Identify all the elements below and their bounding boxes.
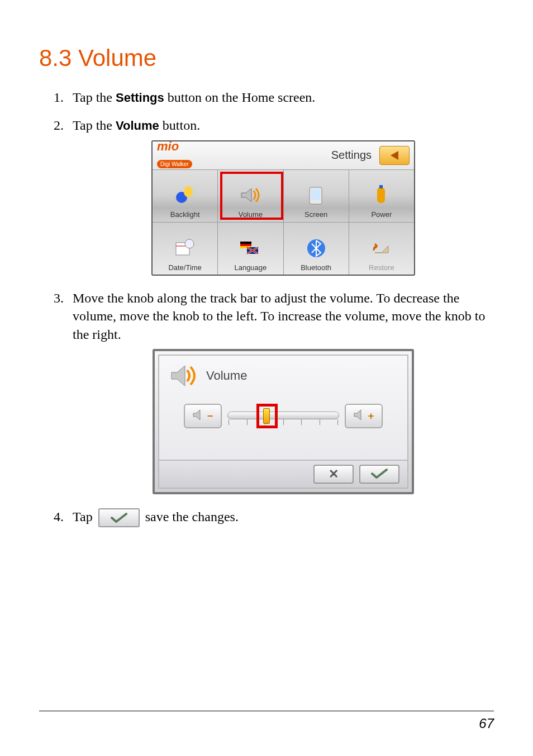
settings-item-label: Language (234, 263, 266, 273)
step-1: Tap the Settings button on the Home scre… (67, 88, 494, 106)
settings-item-label: Screen (304, 210, 327, 220)
volume-slider-area: − (159, 404, 407, 428)
svg-point-8 (185, 239, 194, 248)
step-4: Tap save the changes. (67, 508, 494, 527)
step-2-lead: Tap the (73, 118, 116, 133)
settings-title: Settings (331, 148, 372, 163)
check-icon (371, 465, 388, 483)
settings-item-backlight[interactable]: Backlight (153, 169, 218, 222)
volume-footer: ✕ (159, 460, 407, 488)
step-1-bold: Settings (116, 91, 164, 105)
bluetooth-icon (304, 236, 329, 261)
back-button[interactable] (379, 146, 410, 165)
settings-header: mio Digi Walker Settings (153, 141, 414, 170)
step-2-tail: button. (159, 118, 200, 133)
step-3-text: Move the knob along the track bar to adj… (73, 291, 485, 342)
calendar-clock-icon (173, 236, 197, 261)
settings-item-label: Power (371, 210, 392, 220)
step-2-bold: Volume (116, 119, 159, 133)
settings-item-label: Volume (239, 210, 263, 220)
brand-block: mio Digi Walker (157, 140, 192, 171)
brand-logo: mio (157, 140, 192, 153)
track-bar (227, 412, 339, 419)
settings-grid: Backlight Volume (153, 169, 414, 275)
restore-icon (369, 236, 394, 261)
step-1-lead: Tap the (73, 90, 116, 105)
settings-item-language[interactable]: Language (218, 223, 283, 275)
settings-item-label: Backlight (170, 210, 200, 220)
footer-rule (39, 711, 494, 711)
settings-item-volume[interactable]: Volume (218, 169, 283, 222)
speaker-small-icon (354, 407, 366, 425)
settings-item-power[interactable]: Power (349, 169, 414, 222)
svg-point-1 (184, 186, 193, 197)
step-1-tail: button on the Home screen. (164, 90, 316, 105)
arrow-left-icon (391, 151, 398, 160)
settings-item-bluetooth[interactable]: Bluetooth (284, 223, 349, 275)
speaker-icon (169, 363, 201, 388)
volume-knob[interactable] (263, 408, 270, 424)
settings-item-label: Date/Time (168, 263, 201, 273)
settings-item-restore[interactable]: Restore (349, 223, 414, 275)
bulb-icon (173, 183, 197, 207)
step-2: Tap the Volume button. mio Digi Walker S… (67, 116, 494, 275)
flags-icon (238, 236, 263, 261)
settings-screenshot: mio Digi Walker Settings (151, 140, 415, 276)
screen-icon (304, 183, 329, 207)
volume-title-row: Volume (159, 356, 407, 388)
brand-sub: Digi Walker (157, 160, 192, 169)
minus-icon: − (207, 409, 213, 423)
section-heading: 8.3 Volume (39, 45, 494, 72)
svg-rect-3 (311, 189, 320, 200)
speaker-icon (238, 183, 263, 207)
volume-track[interactable] (227, 405, 339, 427)
svg-rect-5 (379, 185, 383, 188)
step-3: Move the knob along the track bar to adj… (67, 289, 494, 494)
track-ticks (227, 419, 339, 427)
x-icon: ✕ (329, 466, 339, 483)
confirm-button-inline[interactable] (98, 508, 140, 527)
volume-screenshot: Volume − (153, 349, 414, 494)
svg-rect-4 (377, 187, 385, 203)
cancel-button[interactable]: ✕ (313, 465, 354, 484)
volume-down-button[interactable]: − (184, 404, 222, 428)
settings-item-datetime[interactable]: Date/Time (153, 223, 218, 275)
settings-item-label: Bluetooth (301, 263, 331, 273)
svg-rect-10 (240, 244, 251, 246)
battery-icon (369, 183, 394, 207)
settings-item-label: Restore (369, 263, 394, 273)
step-list: Tap the Settings button on the Home scre… (39, 88, 494, 527)
step-4-tail: save the changes. (142, 509, 239, 524)
plus-icon: + (368, 409, 374, 423)
step-4-lead: Tap (73, 509, 96, 524)
page-number: 67 (479, 716, 494, 731)
volume-title: Volume (206, 367, 247, 384)
speaker-small-icon (193, 407, 205, 425)
volume-up-button[interactable]: + (345, 404, 383, 428)
confirm-button[interactable] (359, 465, 399, 484)
settings-item-screen[interactable]: Screen (284, 169, 349, 222)
